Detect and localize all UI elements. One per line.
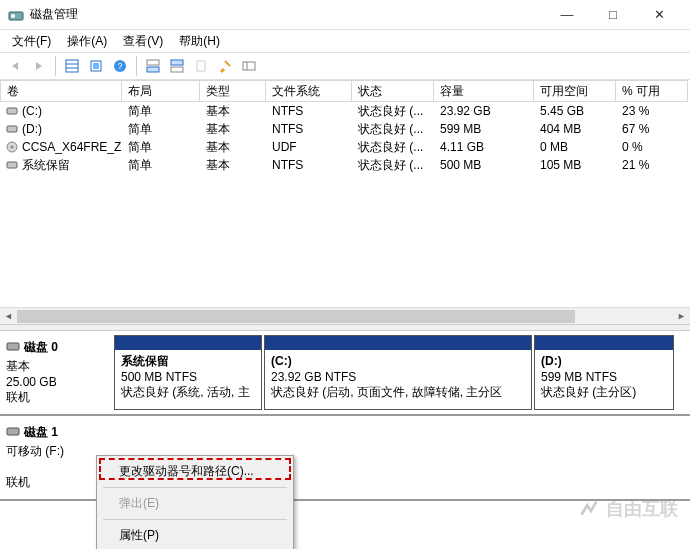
volume-status: 状态良好 (...: [352, 120, 434, 139]
view-bottom-button[interactable]: [166, 55, 188, 77]
volume-status: 状态良好 (...: [352, 138, 434, 157]
partition-size: 500 MB NTFS: [121, 370, 255, 386]
view-graphical-button[interactable]: [238, 55, 260, 77]
maximize-button[interactable]: □: [590, 0, 636, 30]
volume-name: 系统保留: [22, 157, 70, 174]
drive-icon: [6, 141, 18, 153]
title-bar: 磁盘管理 — □ ✕: [0, 0, 690, 30]
svg-text:?: ?: [117, 61, 122, 71]
partition-color-bar: [265, 336, 531, 350]
disk-label: 磁盘 0: [24, 339, 58, 356]
svg-point-1: [11, 14, 15, 18]
disk-type: 基本: [6, 358, 112, 375]
partition-color-bar: [535, 336, 673, 350]
properties-button[interactable]: [214, 55, 236, 77]
app-icon: [8, 7, 24, 23]
col-capacity[interactable]: 容量: [434, 80, 534, 102]
disk-icon: [6, 424, 20, 441]
volume-capacity: 23.92 GB: [434, 103, 534, 119]
partition-block[interactable]: 系统保留500 MB NTFS状态良好 (系统, 活动, 主: [114, 335, 262, 410]
svg-rect-2: [66, 60, 78, 72]
volume-capacity: 599 MB: [434, 121, 534, 137]
svg-rect-6: [93, 63, 99, 69]
svg-rect-16: [7, 108, 17, 114]
svg-rect-11: [171, 60, 183, 65]
volume-free: 404 MB: [534, 121, 616, 137]
scroll-right-button[interactable]: ►: [673, 308, 690, 325]
menu-eject[interactable]: 弹出(E): [99, 490, 291, 517]
disk-size: 25.00 GB: [6, 375, 112, 389]
horizontal-scrollbar[interactable]: ◄ ►: [0, 307, 690, 324]
refresh-button[interactable]: [85, 55, 107, 77]
menu-view[interactable]: 查看(V): [115, 31, 171, 52]
svg-rect-21: [7, 343, 19, 350]
disk-blocks: 系统保留500 MB NTFS状态良好 (系统, 活动, 主(C:)23.92 …: [114, 335, 686, 410]
svg-rect-20: [7, 162, 17, 168]
window-title: 磁盘管理: [30, 6, 544, 23]
partition-title: (D:): [541, 354, 667, 370]
volume-pct: 23 %: [616, 103, 688, 119]
volume-pct: 67 %: [616, 121, 688, 137]
drive-icon: [6, 123, 18, 135]
volume-row[interactable]: (C:)简单基本NTFS状态良好 (...23.92 GB5.45 GB23 %: [0, 102, 690, 120]
menu-bar: 文件(F) 操作(A) 查看(V) 帮助(H): [0, 30, 690, 52]
scroll-left-button[interactable]: ◄: [0, 308, 17, 325]
disk-row: 磁盘 0基本25.00 GB联机系统保留500 MB NTFS状态良好 (系统,…: [0, 331, 690, 416]
view-top-button[interactable]: [142, 55, 164, 77]
drive-icon: [6, 159, 18, 171]
volume-pct: 21 %: [616, 157, 688, 173]
svg-point-19: [11, 146, 14, 149]
disk-label: 磁盘 1: [24, 424, 58, 441]
volume-layout: 简单: [122, 120, 200, 139]
menu-file[interactable]: 文件(F): [4, 31, 59, 52]
col-status[interactable]: 状态: [352, 80, 434, 102]
forward-button[interactable]: [28, 55, 50, 77]
drive-icon: [6, 105, 18, 117]
minimize-button[interactable]: —: [544, 0, 590, 30]
scroll-track[interactable]: [17, 308, 673, 325]
scroll-thumb[interactable]: [17, 310, 575, 323]
settings-button[interactable]: [190, 55, 212, 77]
partition-status: 状态良好 (主分区): [541, 385, 667, 401]
volume-free: 0 MB: [534, 139, 616, 155]
partition-status: 状态良好 (系统, 活动, 主: [121, 385, 255, 401]
svg-rect-10: [147, 67, 159, 72]
disk-info[interactable]: 磁盘 0基本25.00 GB联机: [4, 335, 114, 410]
svg-rect-13: [197, 61, 205, 71]
volume-pct: 0 %: [616, 139, 688, 155]
col-type[interactable]: 类型: [200, 80, 266, 102]
menu-help[interactable]: 帮助(H): [171, 31, 228, 52]
col-percent[interactable]: % 可用: [616, 80, 688, 102]
help-button[interactable]: ?: [109, 55, 131, 77]
disk-icon: [6, 339, 20, 356]
volume-type: 基本: [200, 138, 266, 157]
volume-list: (C:)简单基本NTFS状态良好 (...23.92 GB5.45 GB23 %…: [0, 102, 690, 307]
partition-block[interactable]: (D:)599 MB NTFS状态良好 (主分区): [534, 335, 674, 410]
volume-layout: 简单: [122, 138, 200, 157]
volume-row[interactable]: CCSA_X64FRE_Z...简单基本UDF状态良好 (...4.11 GB0…: [0, 138, 690, 156]
menu-action[interactable]: 操作(A): [59, 31, 115, 52]
close-button[interactable]: ✕: [636, 0, 682, 30]
volume-row[interactable]: (D:)简单基本NTFS状态良好 (...599 MB404 MB67 %: [0, 120, 690, 138]
menu-separator: [103, 519, 287, 520]
volume-free: 105 MB: [534, 157, 616, 173]
col-filesystem[interactable]: 文件系统: [266, 80, 352, 102]
toolbar-separator: [136, 56, 137, 76]
col-volume[interactable]: 卷: [0, 80, 122, 102]
view-list-button[interactable]: [61, 55, 83, 77]
partition-title: 系统保留: [121, 354, 255, 370]
menu-change-drive-letter[interactable]: 更改驱动器号和路径(C)...: [99, 458, 291, 485]
pane-splitter[interactable]: [0, 324, 690, 331]
col-layout[interactable]: 布局: [122, 80, 200, 102]
watermark-text: 自由互联: [606, 497, 678, 521]
volume-list-header: 卷 布局 类型 文件系统 状态 容量 可用空间 % 可用: [0, 80, 690, 102]
volume-fs: NTFS: [266, 157, 352, 173]
volume-row[interactable]: 系统保留简单基本NTFS状态良好 (...500 MB105 MB21 %: [0, 156, 690, 174]
svg-rect-22: [7, 428, 19, 435]
menu-separator: [103, 487, 287, 488]
partition-block[interactable]: (C:)23.92 GB NTFS状态良好 (启动, 页面文件, 故障转储, 主…: [264, 335, 532, 410]
menu-properties[interactable]: 属性(P): [99, 522, 291, 549]
back-button[interactable]: [4, 55, 26, 77]
volume-status: 状态良好 (...: [352, 156, 434, 175]
col-free[interactable]: 可用空间: [534, 80, 616, 102]
